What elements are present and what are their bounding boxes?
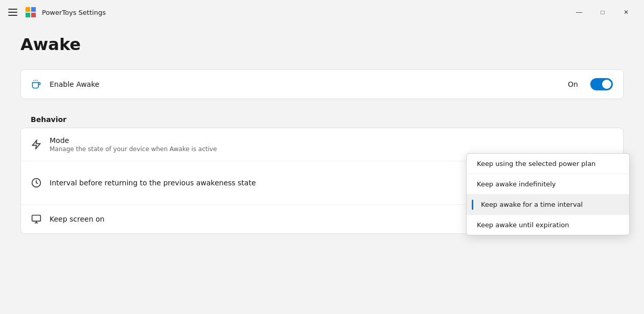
keep-screen-title: Keep screen on xyxy=(50,215,104,223)
svg-rect-1 xyxy=(31,7,36,12)
popup-item-indefinitely-label: Keep awake indefinitely xyxy=(477,180,556,188)
selected-indicator xyxy=(472,200,473,210)
title-bar: PowerToys Settings — □ ✕ xyxy=(0,0,644,25)
app-icon xyxy=(26,7,36,17)
popup-item-until-expiration-label: Keep awake until expiration xyxy=(477,221,569,229)
svg-rect-3 xyxy=(31,13,36,17)
screen-icon xyxy=(31,214,41,224)
mode-description: Manage the state of your device when Awa… xyxy=(50,146,613,153)
app-title: PowerToys Settings xyxy=(42,9,106,16)
popup-item-indefinitely[interactable]: Keep awake indefinitely xyxy=(467,174,629,194)
mode-info: Mode Manage the state of your device whe… xyxy=(50,136,613,153)
hamburger-menu-button[interactable] xyxy=(6,7,19,18)
interval-info: Interval before returning to the previou… xyxy=(50,179,482,187)
popup-item-until-expiration[interactable]: Keep awake until expiration xyxy=(467,215,629,235)
popup-item-power-plan-label: Keep using the selected power plan xyxy=(477,160,595,167)
close-button[interactable]: ✕ xyxy=(614,4,638,20)
popup-item-power-plan[interactable]: Keep using the selected power plan xyxy=(467,154,629,174)
page-title: Awake xyxy=(20,35,624,54)
window-controls: — □ ✕ xyxy=(567,4,638,20)
interval-title: Interval before returning to the previou… xyxy=(50,179,482,187)
maximize-button[interactable]: □ xyxy=(591,4,614,20)
toggle-thumb xyxy=(602,80,611,89)
svg-rect-9 xyxy=(32,215,41,222)
mode-icon xyxy=(31,139,41,150)
enable-awake-row: Enable Awake On xyxy=(21,70,623,99)
interval-icon xyxy=(31,178,41,188)
enable-awake-toggle[interactable] xyxy=(590,78,613,90)
popup-item-time-interval[interactable]: Keep awake for a time interval xyxy=(467,195,629,214)
behavior-header: Behavior xyxy=(20,107,624,128)
awake-icon xyxy=(31,79,41,89)
minimize-button[interactable]: — xyxy=(567,4,591,20)
enable-awake-card: Enable Awake On xyxy=(20,69,624,99)
svg-rect-2 xyxy=(26,13,30,17)
mode-title: Mode xyxy=(50,136,613,144)
toggle-state-label: On xyxy=(568,80,578,88)
svg-rect-0 xyxy=(26,7,30,12)
mode-dropdown-popup: Keep using the selected power plan Keep … xyxy=(466,153,630,235)
svg-marker-7 xyxy=(33,140,40,149)
enable-awake-label: Enable Awake xyxy=(50,80,560,88)
title-bar-left: PowerToys Settings xyxy=(6,7,106,18)
popup-item-time-interval-label: Keep awake for a time interval xyxy=(481,201,583,208)
